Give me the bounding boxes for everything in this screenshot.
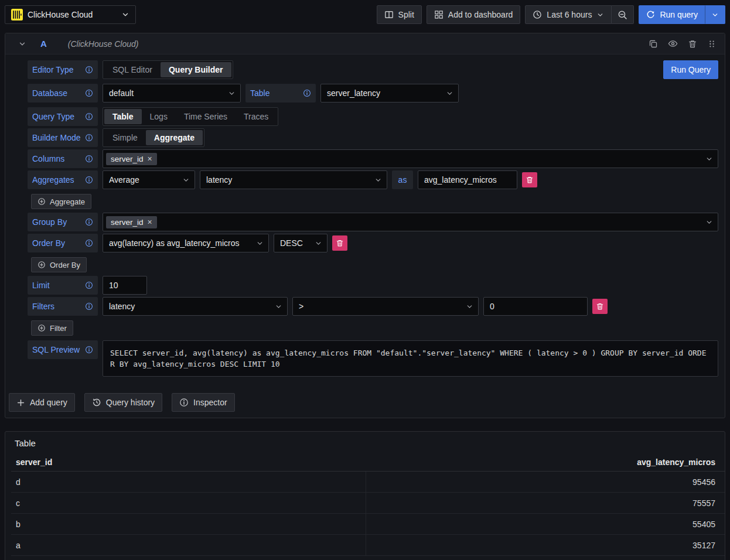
query-type-option-traces[interactable]: Traces (236, 109, 277, 124)
cell-server-id: c (11, 498, 366, 508)
inspector-button[interactable]: Inspector (172, 393, 235, 412)
duplicate-query-icon[interactable] (649, 39, 658, 49)
info-icon[interactable] (303, 89, 311, 97)
add-aggregate-button[interactable]: Aggregate (31, 194, 91, 209)
cell-avg-latency: 75557 (366, 493, 722, 513)
info-icon[interactable] (85, 89, 93, 97)
add-filter-button[interactable]: Filter (31, 320, 73, 336)
editor-type-label: Editor Type (28, 60, 98, 79)
table-row: c 75557 (11, 493, 725, 514)
plus-circle-icon (37, 197, 46, 206)
builder-mode-option-aggregate[interactable]: Aggregate (146, 130, 203, 145)
query-builder-form: Editor Type SQL Editor Query Builder Run… (5, 54, 725, 377)
toolbar-actions: Split Add to dashboard Last 6 hours Run … (377, 5, 725, 24)
columns-label: Columns (28, 149, 98, 168)
info-icon[interactable] (85, 302, 93, 310)
column-header-server-id[interactable]: server_id (11, 457, 366, 467)
chevron-down-icon (374, 176, 382, 184)
chevron-down-icon (596, 11, 604, 19)
info-icon[interactable] (85, 176, 93, 184)
add-query-button[interactable]: Add query (9, 393, 75, 412)
plus-circle-icon (37, 261, 46, 269)
limit-input[interactable] (103, 276, 147, 295)
order-by-row: Order By avg(latency) as avg_latency_mic… (28, 234, 718, 252)
zoom-out-icon (618, 10, 627, 20)
table-row: a 35127 (11, 535, 725, 556)
sync-icon (646, 11, 655, 19)
info-icon[interactable] (85, 155, 93, 163)
info-icon[interactable] (85, 218, 93, 226)
aggregate-alias-input[interactable] (418, 170, 517, 189)
datasource-picker[interactable]: ClickHouse Cloud (5, 5, 136, 24)
remove-aggregate-button[interactable] (522, 172, 537, 187)
add-order-by-button[interactable]: Order By (31, 257, 87, 272)
info-icon[interactable] (85, 66, 93, 74)
query-type-option-time-series[interactable]: Time Series (176, 109, 236, 124)
chevron-down-icon (705, 155, 713, 163)
group-by-multiselect[interactable]: server_id × (103, 213, 718, 231)
query-history-button[interactable]: Query history (84, 393, 162, 412)
info-icon[interactable] (85, 112, 93, 121)
table-result-panel: Table server_id avg_latency_micros d 954… (5, 431, 725, 560)
split-button[interactable]: Split (377, 5, 422, 24)
table-select[interactable]: server_latency (320, 84, 459, 103)
table-header-row: server_id avg_latency_micros (11, 453, 725, 472)
info-icon[interactable] (85, 239, 93, 247)
info-icon[interactable] (85, 346, 93, 354)
filter-column-select[interactable]: latency (103, 297, 288, 316)
collapse-query-icon[interactable] (18, 40, 26, 48)
trash-icon (526, 176, 534, 184)
run-query-editor-button[interactable]: Run Query (663, 60, 718, 79)
builder-mode-row: Builder Mode Simple Aggregate (28, 128, 718, 147)
query-datasource-hint: (ClickHouse Cloud) (68, 39, 139, 49)
filter-value-input[interactable] (483, 297, 588, 316)
explore-toolbar: ClickHouse Cloud Split Add to dashboard … (0, 0, 730, 26)
run-query-dropdown-button[interactable] (705, 5, 725, 24)
editor-type-option-query-builder[interactable]: Query Builder (161, 62, 231, 77)
query-type-option-logs[interactable]: Logs (142, 109, 176, 124)
column-header-avg-latency-micros[interactable]: avg_latency_micros (366, 457, 721, 467)
table-row: d 95456 (11, 472, 725, 493)
remove-order-by-button[interactable] (332, 235, 347, 251)
aggregate-column-select[interactable]: latency (200, 170, 387, 189)
remove-chip-icon[interactable]: × (148, 218, 152, 226)
query-type-group: Table Logs Time Series Traces (103, 107, 278, 126)
remove-chip-icon[interactable]: × (148, 155, 152, 163)
order-by-direction-select[interactable]: DESC (274, 234, 328, 252)
columns-row: Columns server_id × (28, 149, 718, 168)
group-by-chip: server_id × (106, 216, 157, 228)
add-to-dashboard-button[interactable]: Add to dashboard (427, 5, 521, 24)
delete-query-trash-icon[interactable] (688, 39, 697, 49)
time-range-button[interactable]: Last 6 hours (525, 5, 612, 24)
group-by-label: Group By (28, 213, 98, 231)
order-by-field-select[interactable]: avg(latency) as avg_latency_micros (103, 234, 269, 252)
query-header-actions (649, 39, 717, 49)
builder-mode-option-simple[interactable]: Simple (104, 130, 146, 145)
aggregate-function-select[interactable]: Average (103, 170, 195, 189)
plus-icon (16, 398, 25, 407)
cell-server-id: a (11, 541, 366, 550)
info-icon[interactable] (85, 134, 93, 142)
cell-avg-latency: 55405 (366, 514, 722, 534)
as-label: as (392, 170, 413, 189)
query-ref-id[interactable]: A (40, 39, 47, 49)
chevron-down-icon (182, 176, 190, 184)
database-label: Database (28, 84, 98, 103)
table-row: b 55405 (11, 514, 725, 535)
builder-mode-group: Simple Aggregate (103, 128, 204, 147)
remove-filter-button[interactable] (592, 299, 608, 314)
cell-server-id: b (11, 520, 366, 529)
editor-type-option-sql-editor[interactable]: SQL Editor (104, 62, 161, 77)
toggle-visibility-eye-icon[interactable] (668, 39, 678, 49)
database-select[interactable]: default (103, 84, 241, 103)
clickhouse-logo-icon (11, 9, 23, 21)
chevron-down-icon (315, 240, 322, 247)
run-query-button[interactable]: Run query (639, 5, 705, 24)
drag-handle-grip-icon[interactable] (707, 39, 717, 49)
query-type-option-table[interactable]: Table (104, 109, 142, 124)
time-zoom-out-button[interactable] (612, 5, 634, 24)
filter-operator-select[interactable]: > (292, 297, 479, 316)
info-icon[interactable] (85, 281, 93, 289)
columns-multiselect[interactable]: server_id × (103, 149, 718, 168)
filters-row: Filters latency > (28, 297, 718, 316)
